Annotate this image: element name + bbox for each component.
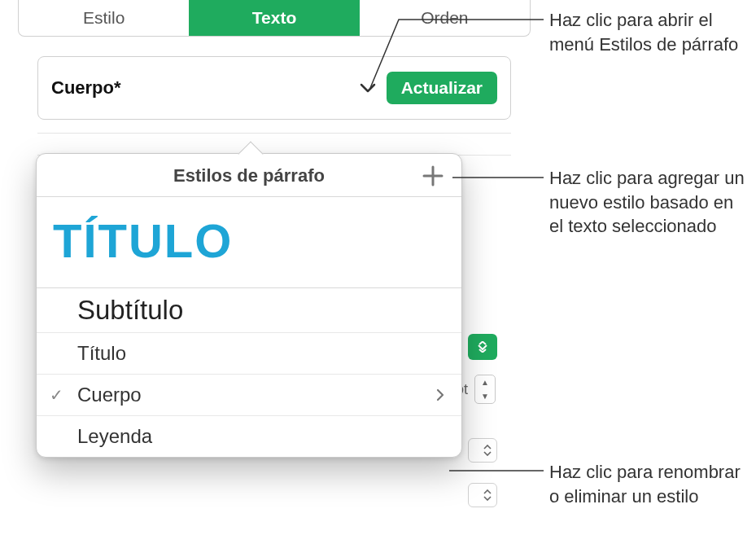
leader-lines (0, 0, 756, 557)
